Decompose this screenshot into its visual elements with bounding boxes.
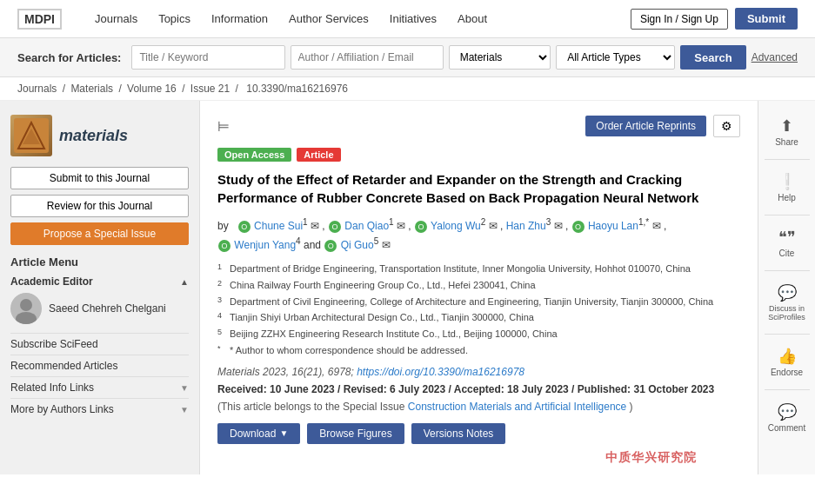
share-label: Share	[775, 137, 798, 147]
affiliation-5: 5 Beijing ZZHX Engineering Research Inst…	[217, 326, 740, 342]
nav-journals[interactable]: Journals	[86, 7, 146, 30]
divider-5	[765, 389, 810, 390]
nav-initiatives[interactable]: Initiatives	[381, 7, 445, 30]
search-bar: Search for Articles: Materials All Artic…	[0, 38, 815, 77]
related-info-links[interactable]: Related Info Links ▼	[10, 376, 189, 398]
breadcrumb-doi: 10.3390/ma16216976	[246, 83, 348, 95]
author-orcid-3: O	[415, 221, 427, 233]
order-reprints-button[interactable]: Order Article Reprints	[585, 116, 706, 136]
article-type-badge: Article	[297, 148, 340, 162]
mdpi-logo[interactable]: MDPI	[17, 9, 62, 30]
endorse-action[interactable]: 👍 Endorse	[758, 340, 815, 384]
cite-icon: ❝❞	[778, 228, 796, 247]
author-note: * * Author to whom correspondence should…	[217, 342, 740, 359]
main-layout: materials Submit to this Journal Review …	[0, 101, 815, 474]
journal-header: materials	[10, 115, 189, 156]
search-button[interactable]: Search	[680, 45, 745, 70]
help-icon: ❕	[778, 172, 797, 191]
submit-button[interactable]: Submit	[735, 8, 798, 30]
journal-name: materials	[59, 127, 128, 145]
breadcrumb-volume[interactable]: Volume 16	[127, 83, 177, 95]
header-actions: Sign In / Sign Up Submit	[631, 8, 798, 30]
download-button[interactable]: Download ▼	[217, 423, 300, 444]
affiliation-2: 2 China Railway Fourth Engineering Group…	[217, 277, 740, 294]
discuss-action[interactable]: 💬 Discuss in SciProfiles	[758, 276, 815, 328]
author-qi-guo[interactable]: Qi Guo	[341, 239, 374, 251]
article-content: ⊨ Order Article Reprints ⚙ Open Access A…	[200, 101, 758, 474]
advanced-search-link[interactable]: Advanced	[752, 51, 798, 63]
toolbar-right: Order Article Reprints ⚙	[585, 115, 740, 137]
authors-line: by O Chune Sui1 ✉ , O Dan Qiao1 ✉ , O Ya…	[217, 216, 740, 254]
affiliations: 1 Department of Bridge Engineering, Tran…	[217, 261, 740, 358]
open-access-badge: Open Access	[217, 148, 291, 162]
article-dates: Received: 10 June 2023 / Revised: 6 July…	[217, 383, 740, 395]
related-info-chevron: ▼	[180, 383, 189, 393]
author-wenjun-yang[interactable]: Wenjun Yang	[234, 239, 296, 251]
more-authors-links[interactable]: More by Authors Links ▼	[10, 398, 189, 420]
download-arrow: ▼	[279, 428, 288, 438]
nav-topics[interactable]: Topics	[150, 7, 199, 30]
svg-point-4	[20, 299, 32, 311]
discuss-icon: 💬	[778, 283, 797, 302]
author-chune-sui[interactable]: Chune Sui	[254, 220, 303, 232]
versions-notes-label: Versions Notes	[424, 428, 494, 440]
cite-label: Cite	[779, 249, 795, 258]
first-page-icon[interactable]: ⊨	[217, 118, 230, 135]
browse-figures-button[interactable]: Browse Figures	[307, 423, 404, 444]
article-special-issue: (This article belongs to the Special Iss…	[217, 401, 740, 413]
author-haoyu-lan[interactable]: Haoyu Lan	[588, 220, 638, 232]
author-orcid-2: O	[329, 221, 341, 233]
author-orcid-6: O	[324, 240, 337, 252]
watermark: 中质华兴研究院	[605, 450, 697, 466]
author-han-zhu[interactable]: Han Zhu	[506, 220, 546, 232]
search-label: Search for Articles:	[17, 51, 121, 64]
author-dan-qiao[interactable]: Dan Qiao	[344, 220, 389, 232]
comment-action[interactable]: 💬 Comment	[758, 395, 815, 440]
signin-button[interactable]: Sign In / Sign Up	[631, 9, 728, 30]
logo-text: MDPI	[24, 12, 55, 26]
endorse-label: Endorse	[771, 368, 803, 377]
toolbar-left: ⊨	[217, 118, 230, 135]
help-action[interactable]: ❕ Help	[758, 165, 815, 209]
author-orcid-1: O	[238, 221, 251, 233]
nav-information[interactable]: Information	[203, 7, 277, 30]
academic-editor-chevron[interactable]: ▲	[180, 277, 189, 287]
discuss-label: Discuss in SciProfiles	[762, 304, 812, 322]
divider-2	[765, 215, 810, 216]
search-journal-select[interactable]: Materials	[449, 45, 551, 70]
search-type-select[interactable]: All Article Types	[556, 45, 675, 70]
special-issue-link[interactable]: Construction Materials and Artificial In…	[408, 401, 626, 413]
help-label: Help	[778, 193, 796, 202]
editor-row: Saeed Chehreh Chelgani	[10, 293, 189, 324]
propose-special-issue-button[interactable]: Propose a Special Issue	[10, 222, 189, 245]
share-icon: ⬆	[780, 116, 793, 136]
right-sidebar: ⬆ Share ❕ Help ❝❞ Cite 💬 Discuss in SciP…	[758, 101, 815, 474]
author-orcid-5: O	[218, 240, 230, 252]
gear-button[interactable]: ⚙	[713, 115, 740, 137]
left-sidebar: materials Submit to this Journal Review …	[0, 101, 200, 474]
by-label: by	[217, 220, 229, 232]
submit-journal-button[interactable]: Submit to this Journal	[10, 167, 189, 189]
nav-about[interactable]: About	[449, 7, 496, 30]
breadcrumb-issue[interactable]: Issue 21	[190, 83, 230, 95]
subscribe-scifeed-link[interactable]: Subscribe SciFeed	[10, 333, 189, 355]
versions-notes-button[interactable]: Versions Notes	[411, 423, 506, 444]
action-buttons: Download ▼ Browse Figures Versions Notes	[217, 423, 740, 444]
search-title-input[interactable]	[131, 45, 284, 70]
article-title: Study of the Effect of Retarder and Expa…	[217, 170, 740, 207]
nav-author-services[interactable]: Author Services	[280, 7, 377, 30]
academic-editor-section: Academic Editor ▲ Saeed Chehreh Chelgani	[10, 275, 189, 324]
editor-name: Saeed Chehreh Chelgani	[49, 302, 166, 315]
download-label: Download	[230, 428, 276, 440]
author-yalong-wu[interactable]: Yalong Wu	[431, 220, 481, 232]
comment-label: Comment	[768, 423, 805, 433]
cite-action[interactable]: ❝❞ Cite	[758, 221, 815, 265]
breadcrumb-materials[interactable]: Materials	[70, 83, 113, 95]
breadcrumb-journals[interactable]: Journals	[17, 83, 57, 95]
doi-link[interactable]: https://doi.org/10.3390/ma16216978	[357, 366, 524, 378]
recommended-articles-link[interactable]: Recommended Articles	[10, 355, 189, 376]
review-journal-button[interactable]: Review for this Journal	[10, 195, 189, 217]
search-author-input[interactable]	[291, 45, 444, 70]
journal-logo-image	[10, 115, 52, 156]
share-action[interactable]: ⬆ Share	[758, 109, 815, 154]
